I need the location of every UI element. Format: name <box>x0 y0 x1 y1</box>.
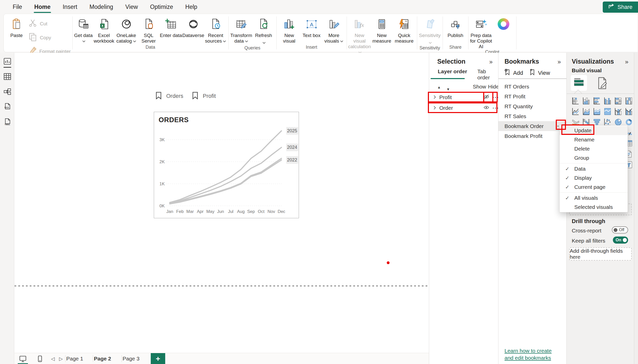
publish-button[interactable]: Publish <box>444 16 467 38</box>
rail-model-view[interactable] <box>3 88 12 96</box>
rail-tmdl-view[interactable]: TMDL <box>3 118 12 126</box>
enter-data-button[interactable]: Enter data <box>160 16 182 38</box>
dataverse-button[interactable]: Dataverse <box>182 16 205 38</box>
visual-type-waterfall-chart-icon[interactable]: .vb{fill:#8FBCE6;stroke:#3E77AC;stroke-w… <box>582 118 590 126</box>
visual-type-100-stacked-column-chart-icon[interactable]: .vb{fill:#8FBCE6;stroke:#3E77AC;stroke-w… <box>625 97 633 105</box>
menu-item-optimize[interactable]: Optimize <box>144 1 179 12</box>
menu-item-group[interactable]: Group <box>560 153 628 162</box>
transform-data-button[interactable]: Transform data <box>230 16 253 44</box>
expand-chevron-icon[interactable] <box>433 105 436 111</box>
menu-item-rename[interactable]: Rename <box>560 135 628 144</box>
tab-build-visual[interactable] <box>571 75 587 91</box>
collapse-panel-icon[interactable]: » <box>625 58 628 65</box>
add-bookmark-button[interactable]: Add <box>505 69 523 77</box>
menu-item-view[interactable]: View <box>119 1 144 12</box>
visual-type-donut-chart-icon[interactable]: .vb{fill:#8FBCE6;stroke:#3E77AC;stroke-w… <box>625 118 633 126</box>
new-visual-calculation-button[interactable]: fxNew visual calculation <box>348 16 371 55</box>
visual-type-clustered-column-chart-icon[interactable]: .vb{fill:#8FBCE6;stroke:#3E77AC;stroke-w… <box>604 97 611 105</box>
collapse-panel-icon[interactable]: » <box>558 58 561 65</box>
mobile-layout-button[interactable] <box>35 353 45 364</box>
copilot-button[interactable] <box>492 16 515 31</box>
rail-dax-query-view[interactable]: DAX <box>3 103 12 111</box>
menu-item-all-visuals[interactable]: ✓All visuals <box>560 193 628 203</box>
visual-type-line-and-stacked-column-chart-icon[interactable]: .vb{fill:#8FBCE6;stroke:#3E77AC;stroke-w… <box>614 108 622 115</box>
expand-chevron-icon[interactable] <box>433 94 436 100</box>
paste-button[interactable]: Paste <box>5 16 28 38</box>
onelake-catalog-button[interactable]: OneLake catalog <box>115 16 138 44</box>
more-visuals-button[interactable]: More visuals <box>323 16 345 44</box>
prep-data-for-copilot-ai-button[interactable]: Prep data for Copilot AI <box>470 16 492 49</box>
visual-type-area-chart-icon[interactable]: .vb{fill:#8FBCE6;stroke:#3E77AC;stroke-w… <box>582 108 590 115</box>
recent-sources-button[interactable]: Recent sources <box>205 16 227 44</box>
visual-type-pie-chart-icon[interactable]: .vb{fill:#8FBCE6;stroke:#3E77AC;stroke-w… <box>614 118 622 126</box>
bookmark-item-rt-quantity[interactable]: RT Quantity <box>498 101 567 111</box>
new-page-button[interactable]: + <box>151 353 165 364</box>
visual-type-line-chart-icon[interactable]: .vb{fill:#8FBCE6;stroke:#3E77AC;stroke-w… <box>572 108 579 115</box>
orders-line-chart-visual[interactable]: ORDERS 0K1K2K3KJanFebMarAprMayJunJulAugS… <box>154 112 299 218</box>
visual-type-ribbon-chart-icon[interactable]: .vb{fill:#8FBCE6;stroke:#3E77AC;stroke-w… <box>572 118 579 126</box>
visual-type-stacked-column-chart-icon[interactable]: .vb{fill:#8FBCE6;stroke:#3E77AC;stroke-w… <box>582 97 590 105</box>
move-layer-up-button[interactable]: ▲ <box>437 85 441 89</box>
bookmark-button-orders[interactable]: Orders <box>156 90 183 102</box>
sql-server-button[interactable]: SQL Server <box>138 16 160 44</box>
visual-type-100-stacked-bar-chart-icon[interactable]: .vb{fill:#8FBCE6;stroke:#3E77AC;stroke-w… <box>614 97 622 105</box>
keep-all-filters-toggle[interactable]: On <box>613 236 628 244</box>
learn-bookmarks-link[interactable]: Learn how to create and edit bookmarks <box>505 347 561 362</box>
menu-item-help[interactable]: Help <box>179 1 203 12</box>
bookmark-item-rt-sales[interactable]: RT Sales <box>498 111 567 121</box>
tab-format-visual[interactable] <box>596 77 608 91</box>
visibility-on-icon[interactable] <box>483 105 489 112</box>
new-measure-button[interactable]: New measure <box>371 16 393 44</box>
next-page-button[interactable]: ▷ <box>57 353 65 364</box>
rail-report-view[interactable] <box>3 58 12 68</box>
tab-layer-order[interactable]: Layer order <box>438 68 467 75</box>
visual-type-clustered-bar-chart-icon[interactable]: .vb{fill:#8FBCE6;stroke:#3E77AC;stroke-w… <box>593 97 601 105</box>
selection-row-order[interactable]: Order··· <box>429 103 498 113</box>
page-tab-2[interactable]: Page 2 <box>94 353 120 364</box>
visual-type-100-stacked-area-chart-icon[interactable]: .vb{fill:#8FBCE6;stroke:#3E77AC;stroke-w… <box>604 108 611 115</box>
menu-item-modeling[interactable]: Modeling <box>83 1 119 12</box>
tab-tab-order[interactable]: Tab order <box>477 68 498 81</box>
quick-measure-button[interactable]: Quick measure <box>393 16 415 44</box>
visual-type-funnel-chart-icon[interactable]: .vb{fill:#8FBCE6;stroke:#3E77AC;stroke-w… <box>593 118 601 126</box>
bookmark-item-rt-profit[interactable]: RT Profit <box>498 92 567 101</box>
copy-button[interactable]: Copy <box>28 32 71 43</box>
rail-table-view[interactable] <box>3 73 12 81</box>
bookmark-item-rt-orders[interactable]: RT Orders <box>498 82 567 92</box>
menu-item-selected-visuals[interactable]: Selected visuals <box>560 203 628 212</box>
menu-item-display[interactable]: ✓Display <box>560 173 628 183</box>
visual-type-line-and-clustered-column-chart-icon[interactable]: .vb{fill:#8FBCE6;stroke:#3E77AC;stroke-w… <box>625 108 633 115</box>
menu-item-delete[interactable]: Delete <box>560 144 628 153</box>
report-canvas[interactable]: OrdersProfit ORDERS 0K1K2K3KJanFebMarApr… <box>14 53 429 353</box>
excel-workbook-button[interactable]: XExcel workbook <box>93 16 115 44</box>
page-tab-3[interactable]: Page 3 <box>123 353 149 364</box>
menu-item-current-page[interactable]: ✓Current page <box>560 183 628 192</box>
add-drill-through-fields-well[interactable]: Add drill-through fields here <box>569 247 632 261</box>
refresh-button[interactable]: Refresh <box>253 16 275 45</box>
bookmark-item-bookmark-order[interactable]: Bookmark Order··· <box>498 121 567 131</box>
bookmark-item-bookmark-profit[interactable]: Bookmark Profit <box>498 131 567 141</box>
visual-type-stacked-bar-chart-icon[interactable]: .vb{fill:#8FBCE6;stroke:#3E77AC;stroke-w… <box>572 97 579 105</box>
desktop-layout-button[interactable] <box>18 353 28 364</box>
cut-button[interactable]: Cut <box>28 18 71 29</box>
prev-page-button[interactable]: ◁ <box>49 353 57 364</box>
menu-item-data[interactable]: ✓Data <box>560 164 628 173</box>
visibility-off-icon[interactable] <box>483 94 489 101</box>
visual-type-scatter-chart-icon[interactable]: .vb{fill:#8FBCE6;stroke:#3E77AC;stroke-w… <box>604 118 611 126</box>
visual-type-stacked-area-chart-icon[interactable]: .vb{fill:#8FBCE6;stroke:#3E77AC;stroke-w… <box>593 108 601 115</box>
menu-item-file[interactable]: File <box>7 1 28 12</box>
bookmark-button-profit[interactable]: Profit <box>192 90 216 102</box>
collapse-panel-icon[interactable]: » <box>489 58 493 65</box>
sensitivity-button[interactable]: Sensitivity <box>419 16 441 45</box>
new-visual-button[interactable]: New visual <box>278 16 300 44</box>
selection-row-profit[interactable]: Profit··· <box>429 92 498 102</box>
cross-report-toggle[interactable]: Off <box>612 226 628 233</box>
page-tab-1[interactable]: Page 1 <box>66 353 93 364</box>
view-bookmarks-button[interactable]: View <box>529 69 550 77</box>
move-layer-down-button[interactable]: ▼ <box>446 87 450 91</box>
get-data-button[interactable]: Get data <box>74 16 93 44</box>
menu-item-insert[interactable]: Insert <box>57 1 83 12</box>
share-button[interactable]: Share <box>603 2 638 13</box>
menu-item-home[interactable]: Home <box>28 1 57 12</box>
menu-item-update[interactable]: Update <box>560 126 628 135</box>
